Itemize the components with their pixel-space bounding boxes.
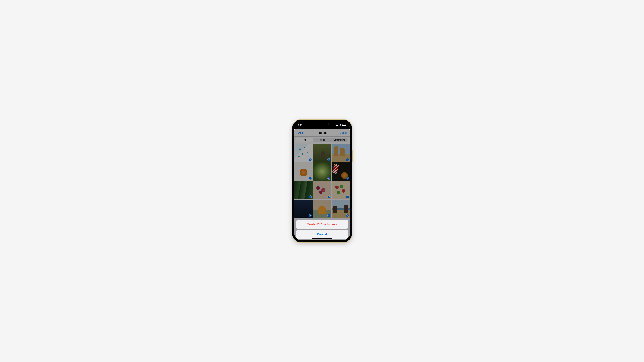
check-icon [327,195,330,198]
cellular-icon [336,124,338,126]
segmented-control: All Photos Screenshots [296,138,348,142]
notch [310,122,334,126]
battery-icon [342,124,346,126]
check-icon [346,214,349,217]
back-label: Ankur [298,131,306,134]
photo-thumbnail[interactable] [313,200,331,218]
check-icon [327,214,330,217]
segmented-bar: All Photos Screenshots [294,137,350,144]
status-right [336,124,346,126]
check-icon [309,214,312,217]
photo-thumbnail[interactable] [332,144,350,162]
photo-thumbnail[interactable] [313,181,331,199]
photo-thumbnail[interactable] [313,162,331,181]
photo-thumbnail[interactable] [294,181,312,199]
segment-screenshots[interactable]: Screenshots [331,138,348,142]
photo-thumbnail[interactable] [332,162,350,181]
check-icon [346,195,349,198]
nav-bar: Ankur Photos Cancel [294,129,350,137]
photo-thumbnail[interactable] [332,181,350,199]
iphone-frame: 9:41 Ankur Photos Cancel [292,120,352,242]
check-icon [346,177,349,180]
photo-thumbnail[interactable] [294,162,312,181]
status-time: 9:41 [298,124,302,126]
action-sheet-cancel-group: Cancel [296,230,348,239]
nav-cancel-button[interactable]: Cancel [336,131,348,134]
page-title: Photos [318,131,326,134]
wifi-icon [339,124,342,126]
chevron-left-icon [296,131,298,134]
photo-grid[interactable] [294,144,350,218]
segment-photos[interactable]: Photos [313,138,331,142]
check-icon [309,195,312,198]
action-sheet-group: Delete 53 Attachments [296,220,348,229]
delete-attachments-button[interactable]: Delete 53 Attachments [296,220,348,229]
back-button[interactable]: Ankur [296,131,308,134]
power-button [352,150,352,162]
svg-rect-1 [343,124,346,126]
photo-thumbnail[interactable] [313,144,331,162]
volume-up-button [292,147,292,155]
photo-thumbnail[interactable] [294,200,312,218]
action-sheet: Delete 53 Attachments Cancel [296,220,348,239]
cancel-button[interactable]: Cancel [296,230,348,239]
home-indicator[interactable] [312,239,332,239]
check-icon [327,158,330,161]
check-icon [309,177,312,180]
photo-thumbnail[interactable] [332,200,350,218]
check-icon [327,177,330,180]
mute-switch [292,140,292,144]
photo-thumbnail[interactable] [294,144,312,162]
svg-rect-2 [346,125,346,126]
check-icon [309,158,312,161]
content-card: Ankur Photos Cancel All Photos Screensho… [294,129,350,240]
volume-down-button [292,156,292,163]
screen: 9:41 Ankur Photos Cancel [294,122,350,240]
check-icon [346,158,349,161]
segment-all[interactable]: All [296,138,314,142]
